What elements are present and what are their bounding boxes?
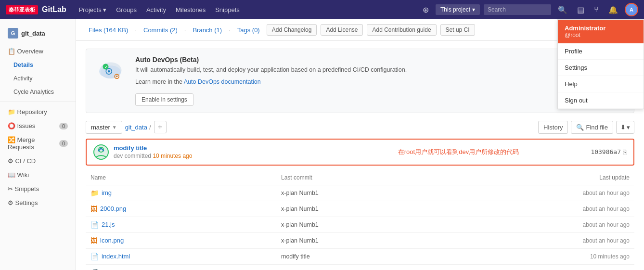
add-license-btn[interactable]: Add License (321, 24, 363, 36)
sidebar-item-settings[interactable]: ⚙ Settings (0, 196, 76, 210)
breadcrumb-sep: / (149, 124, 151, 131)
branch-select[interactable]: master ▼ (86, 121, 122, 134)
setup-ci-btn[interactable]: Set up CI (440, 24, 475, 36)
last-update-cell: about an hour ago (439, 264, 634, 270)
last-update-cell: 10 minutes ago (439, 248, 634, 264)
file-name-cell[interactable]: 🖼 icon.png (90, 237, 271, 244)
branch-arrow-icon: ▼ (112, 125, 117, 130)
issues-badge: 0 (59, 123, 68, 129)
this-project-btn[interactable]: This project ▾ (436, 4, 480, 15)
sidebar-item-overview[interactable]: 📋 Overview (0, 44, 76, 58)
branch-name: master (91, 124, 110, 131)
copy-hash-icon[interactable]: ⎘ (623, 148, 627, 156)
table-row: 📁 img x-plan Numb1 about an hour ago (86, 185, 634, 201)
sidebar-section-overview: 📋 Overview Details Activity Cycle Analyt… (0, 44, 76, 99)
history-btn[interactable]: History (538, 121, 568, 134)
branch-bar: master ▼ git_data / + History 🔍 Find fil… (86, 121, 634, 134)
file-name-cell[interactable]: 📄 index.html (90, 253, 271, 260)
bell-icon[interactable]: 🔔 (605, 4, 621, 15)
last-update-cell: about an hour ago (439, 232, 634, 248)
merge-requests-badge: 0 (59, 140, 68, 147)
svg-point-9 (116, 76, 117, 77)
file-name-cell[interactable]: 📁 img (90, 189, 271, 197)
new-icon[interactable]: ⊕ (420, 4, 432, 15)
devops-icon-area: ✓ (94, 56, 128, 85)
file-type-icon: 🖼 (90, 205, 97, 213)
file-type-icon: 📁 (90, 189, 99, 197)
devops-title: Auto DevOps (Beta) (135, 56, 626, 64)
branch-bar-right: History 🔍 Find file ⬇ ▾ (538, 121, 634, 134)
find-file-btn[interactable]: 🔍 Find file (571, 121, 613, 134)
file-name-cell[interactable]: 🎵 sound1.mp3 (90, 269, 271, 270)
right-icons: ⊕ This project ▾ 🔍 ▤ ⑂ 🔔 A (420, 3, 638, 16)
add-file-btn[interactable]: + (154, 121, 167, 133)
sidebar: G git_data 📋 Overview Details Activity C… (0, 19, 76, 270)
download-icon: ⬇ (620, 124, 626, 131)
sidebar-item-merge-requests[interactable]: 🔀 Merge Requests 0 (0, 133, 76, 154)
search-input[interactable] (484, 4, 551, 15)
user-dropdown: Administrator @root Profile Settings Hel… (557, 19, 644, 109)
user-avatar-btn[interactable]: A (625, 3, 638, 16)
col-name: Name (86, 170, 276, 185)
devops-description: It will automatically build, test, and d… (135, 65, 626, 75)
commit-avatar-svg (93, 144, 109, 160)
sidebar-item-details[interactable]: Details (0, 58, 76, 72)
project-avatar: G (8, 28, 18, 39)
file-type-icon: 📄 (90, 253, 99, 260)
commit-info: modify title dev committed 10 minutes ag… (114, 144, 326, 159)
svg-text:✓: ✓ (104, 65, 108, 69)
devops-docs-link[interactable]: Auto DevOps documentation (184, 78, 261, 85)
breadcrumb-project[interactable]: git_data (125, 124, 147, 131)
table-row: 📄 index.html modify title 10 minutes ago (86, 248, 634, 264)
file-name-cell[interactable]: 🖼 2000.png (90, 205, 271, 213)
menu-help[interactable]: Help (558, 76, 644, 92)
sidebar-item-activity[interactable]: Activity (0, 72, 76, 85)
file-type-icon: 🎵 (90, 269, 99, 270)
commit-hash: 103986a7 ⎘ (591, 148, 627, 156)
sidebar-item-cycle-analytics[interactable]: Cycle Analytics (0, 85, 76, 99)
nav-snippets[interactable]: Snippets (211, 4, 244, 15)
download-btn[interactable]: ⬇ ▾ (616, 121, 634, 134)
last-commit-cell: x-plan Numb1 (276, 264, 439, 270)
menu-signout[interactable]: Sign out (558, 92, 644, 109)
gitlab-label: GitLab (42, 5, 66, 14)
user-name: Administrator (565, 25, 637, 32)
nav-milestones[interactable]: Milestones (172, 4, 209, 15)
file-name-cell[interactable]: 📄 21.js (90, 221, 271, 229)
commit-message-cn: 在root用户就可以看到dev用户所修改的代码 (331, 147, 586, 157)
commit-title[interactable]: modify title (114, 144, 326, 152)
svg-point-5 (108, 70, 110, 73)
nav-activity[interactable]: Activity (142, 4, 170, 15)
main-layout: G git_data 📋 Overview Details Activity C… (0, 19, 644, 270)
col-last-commit: Last commit (276, 170, 439, 185)
enable-devops-btn[interactable]: Enable in settings (135, 93, 193, 106)
file-type-icon: 🖼 (90, 237, 97, 244)
add-contribution-btn[interactable]: Add Contribution guide (367, 24, 436, 36)
commit-meta: dev committed 10 minutes ago (114, 153, 326, 159)
add-changelog-btn[interactable]: Add Changelog (267, 24, 317, 36)
fork-icon[interactable]: ⑂ (591, 4, 602, 15)
sidebar-item-repository[interactable]: 📁 Repository (0, 105, 76, 119)
user-header: Administrator @root (558, 20, 644, 43)
table-row: 🖼 2000.png x-plan Numb1 about an hour ag… (86, 201, 634, 217)
tags-stat: Tags (0) (234, 26, 263, 35)
devops-cloud-svg: ✓ (96, 56, 125, 85)
sidebar-item-snippets[interactable]: ✂ Snippets (0, 182, 76, 196)
last-update-cell: about an hour ago (439, 185, 634, 201)
menu-profile[interactable]: Profile (558, 43, 644, 60)
top-navigation: 秦菲亚表柜 GitLab Projects ▾ Groups Activity … (0, 0, 644, 19)
last-commit-cell: modify title (276, 248, 439, 264)
search-icon[interactable]: 🔍 (555, 4, 570, 15)
sidebar-item-ci-cd[interactable]: ⚙ CI / CD (0, 154, 76, 168)
nav-projects[interactable]: Projects ▾ (75, 4, 111, 15)
sidebar-item-wiki[interactable]: 📖 Wiki (0, 168, 76, 182)
menu-settings[interactable]: Settings (558, 60, 644, 76)
last-commit-cell: x-plan Numb1 (276, 185, 439, 201)
sidebar-toggle-icon[interactable]: ▤ (574, 4, 587, 15)
user-handle: @root (565, 32, 637, 39)
nav-groups[interactable]: Groups (112, 4, 141, 15)
table-row: 🎵 sound1.mp3 x-plan Numb1 about an hour … (86, 264, 634, 270)
sidebar-item-issues[interactable]: ⭕ Issues 0 (0, 119, 76, 133)
table-row: 📄 21.js x-plan Numb1 about an hour ago (86, 217, 634, 232)
commit-row: modify title dev committed 10 minutes ag… (86, 139, 634, 166)
